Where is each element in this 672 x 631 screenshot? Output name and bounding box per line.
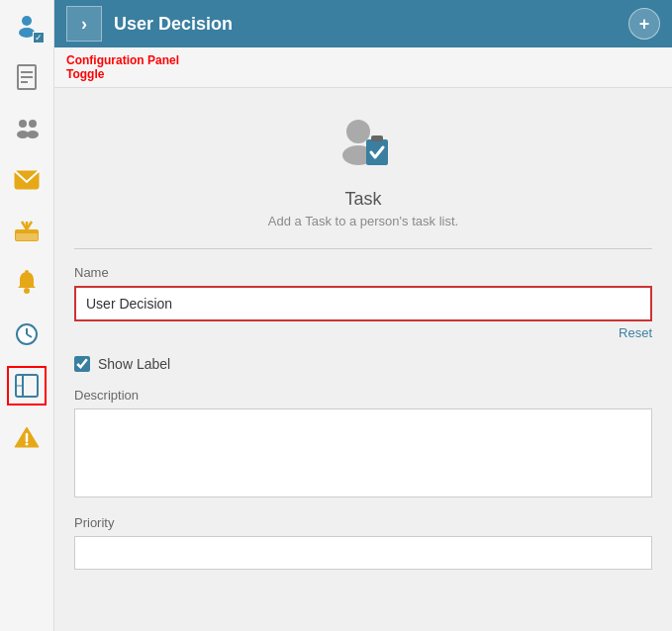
sidebar-icon-document[interactable] — [7, 57, 47, 97]
description-textarea[interactable] — [74, 408, 652, 497]
show-label-text: Show Label — [98, 356, 170, 372]
name-label: Name — [74, 265, 652, 280]
task-icon — [329, 112, 398, 181]
config-panel-label: Configuration Panel Toggle — [54, 47, 672, 88]
content-area: Task Add a Task to a person's task list.… — [54, 88, 672, 631]
description-label: Description — [74, 388, 652, 403]
task-icon-area: Task Add a Task to a person's task list. — [54, 88, 672, 248]
sidebar-icon-person[interactable]: ✓ — [7, 6, 47, 45]
show-label-checkbox[interactable] — [74, 356, 90, 372]
sidebar-icon-people[interactable] — [7, 109, 47, 148]
svg-rect-28 — [371, 135, 383, 141]
add-button[interactable]: + — [628, 8, 660, 40]
sidebar-icon-panel[interactable] — [7, 366, 47, 406]
svg-point-14 — [24, 288, 30, 294]
toggle-button[interactable]: › — [66, 6, 102, 42]
task-subtitle: Add a Task to a person's task list. — [268, 214, 458, 228]
reset-link[interactable]: Reset — [74, 325, 652, 340]
sidebar-icon-bell[interactable] — [7, 263, 47, 303]
sidebar-icon-tray[interactable] — [7, 212, 47, 251]
sidebar-icon-warning[interactable] — [7, 417, 47, 457]
sidebar-icon-clock[interactable] — [7, 315, 47, 354]
divider — [74, 248, 652, 249]
chevron-right-icon: › — [81, 14, 87, 35]
priority-label: Priority — [74, 515, 652, 530]
sidebar: ✓ — [0, 0, 54, 631]
header: › User Decision + — [54, 0, 672, 47]
svg-point-6 — [19, 120, 27, 128]
sidebar-icon-mail[interactable] — [7, 160, 47, 200]
name-input[interactable] — [74, 286, 652, 321]
plus-icon: + — [639, 14, 650, 35]
priority-input[interactable] — [74, 536, 652, 570]
svg-rect-15 — [25, 270, 29, 273]
page-title: User Decision — [114, 14, 628, 35]
svg-rect-27 — [366, 139, 388, 165]
task-title: Task — [344, 189, 381, 210]
svg-point-8 — [29, 120, 37, 128]
show-label-row: Show Label — [74, 356, 652, 372]
svg-point-24 — [26, 443, 29, 446]
svg-point-25 — [346, 120, 370, 143]
svg-point-0 — [22, 16, 32, 26]
svg-point-9 — [27, 131, 39, 138]
form-area: Name Reset Show Label Description Priori… — [54, 265, 672, 570]
svg-rect-13 — [16, 233, 38, 240]
main-panel: › User Decision + Configuration Panel To… — [54, 0, 672, 631]
